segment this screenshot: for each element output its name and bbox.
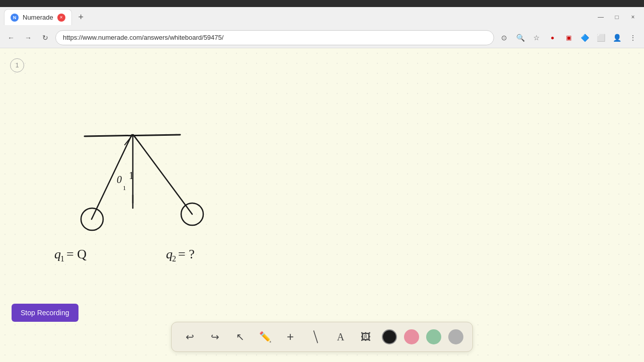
menu-icon[interactable]: ⋮ [626, 31, 640, 45]
stop-recording-button[interactable]: Stop Recording [12, 304, 78, 322]
image-button[interactable]: 🖼 [357, 328, 375, 346]
maximize-button[interactable]: □ [610, 10, 624, 24]
svg-text:= ?: = ? [178, 247, 195, 261]
address-text: https://www.numerade.com/answers/whitebo… [63, 34, 223, 41]
browser-chrome [0, 0, 644, 7]
forward-button[interactable]: → [21, 31, 35, 45]
extension-icon2[interactable]: ▣ [561, 31, 576, 45]
svg-text:1: 1 [60, 254, 64, 263]
window-controls: — □ × [594, 10, 640, 24]
extension-icon3[interactable]: 🔷 [578, 31, 592, 45]
svg-line-2 [133, 135, 192, 214]
page-number: 1 [10, 58, 24, 72]
profile-icon[interactable]: 👤 [610, 31, 624, 45]
select-tool-button[interactable]: ↖ [231, 328, 249, 346]
whiteboard: 1 0 1 1 q 1 = Q q 2 = ? Stop R [0, 48, 644, 362]
cast-icon[interactable]: ⊙ [497, 31, 511, 45]
svg-line-5 [133, 135, 141, 145]
extension-icon4[interactable]: ⬜ [594, 31, 608, 45]
color-gray[interactable] [448, 329, 463, 344]
pen-tool-button[interactable]: ✏️ [256, 328, 274, 346]
browser-titlebar: N Numerade × + — □ × [0, 7, 644, 27]
svg-text:= Q: = Q [66, 247, 87, 261]
active-tab[interactable]: N Numerade × [4, 9, 72, 25]
redo-button[interactable]: ↪ [206, 328, 224, 346]
add-button[interactable]: + [281, 328, 299, 346]
extension-icon1[interactable]: ● [545, 31, 559, 45]
browser-icons: ⊙ 🔍 ☆ ● ▣ 🔷 ⬜ 👤 ⋮ [497, 31, 640, 45]
minimize-button[interactable]: — [594, 10, 608, 24]
toolbar: ↩ ↪ ↖ ✏️ + ╱ A 🖼 [171, 322, 473, 352]
bookmark-icon[interactable]: ☆ [529, 31, 543, 45]
color-green[interactable] [426, 329, 441, 344]
back-button[interactable]: ← [4, 31, 18, 45]
close-button[interactable]: × [626, 10, 640, 24]
svg-text:0: 0 [117, 174, 122, 185]
tab-favicon: N [11, 14, 19, 22]
address-bar[interactable]: https://www.numerade.com/answers/whitebo… [55, 30, 494, 45]
color-pink[interactable] [404, 329, 419, 344]
address-bar-row: ← → ↻ https://www.numerade.com/answers/w… [0, 27, 644, 48]
drawing-canvas: 0 1 1 q 1 = Q q 2 = ? [0, 48, 644, 362]
tab-close-button[interactable]: × [57, 14, 65, 22]
undo-button[interactable]: ↩ [181, 328, 199, 346]
search-icon[interactable]: 🔍 [513, 31, 527, 45]
svg-text:1: 1 [129, 170, 134, 181]
color-black[interactable] [382, 329, 397, 344]
new-tab-button[interactable]: + [74, 10, 88, 24]
tab-title: Numerade [23, 14, 53, 21]
eraser-button[interactable]: ╱ [306, 328, 325, 346]
text-tool-button[interactable]: A [332, 328, 350, 346]
refresh-button[interactable]: ↻ [38, 31, 52, 45]
tab-bar: N Numerade × + [4, 7, 88, 27]
svg-text:1: 1 [123, 184, 126, 192]
svg-line-1 [92, 135, 132, 219]
svg-text:2: 2 [172, 254, 176, 263]
